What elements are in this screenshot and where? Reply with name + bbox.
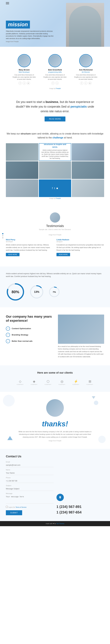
testimonials-section: Testimonials Sample site. Click to selec… bbox=[0, 205, 110, 266]
experience-right: As a result of our philosophy to be the … bbox=[58, 314, 104, 358]
mosaic-image-3 bbox=[72, 143, 104, 161]
arrow-dot-1[interactable] bbox=[2, 233, 3, 234]
clients-section: Here are some of our clients ◇ COMPANY ◈… bbox=[0, 366, 110, 392]
avatar-image-2 bbox=[49, 55, 61, 66]
subject-input[interactable] bbox=[6, 487, 53, 491]
mosaic-blue-title: We create living, breathing structures t… bbox=[41, 143, 69, 148]
experience-text: As a result of our philosophy to be the … bbox=[58, 345, 104, 358]
team-section: Mary Brown Web Developer Cras amet litor… bbox=[0, 47, 110, 94]
subject-group: Subject bbox=[6, 485, 53, 491]
footer: made with ❤ for Tali Themes bbox=[0, 521, 110, 526]
mosaic-twitter-icon[interactable]: t bbox=[54, 187, 55, 190]
mosaic-image-1 bbox=[6, 143, 38, 161]
team-avatar-2 bbox=[48, 54, 62, 67]
arrow-dot-2[interactable] bbox=[2, 235, 3, 236]
client-logo-5: ⚡ COMPANY bbox=[71, 379, 81, 386]
social-twitter-2[interactable]: t bbox=[56, 82, 59, 85]
testimonial-role-2: designer bbox=[57, 241, 104, 242]
testimonial-text-1: Article evident arrived express highest … bbox=[6, 244, 53, 252]
social-twitter-1[interactable]: t bbox=[23, 82, 26, 85]
team-social-2: f t bbox=[43, 82, 67, 85]
testimonial-name-1: Nick Perry bbox=[6, 238, 53, 241]
client-logo-text-3: COMPANY bbox=[45, 384, 51, 385]
submit-button[interactable]: SUBMIT bbox=[6, 510, 22, 515]
avatar-image-1 bbox=[18, 55, 30, 66]
mosaic-item-9 bbox=[72, 180, 104, 197]
clients-logos: ◇ COMPANY ◈ COMPANY ⬡ COMPANY ◎ COMPANY … bbox=[6, 379, 104, 386]
feature-2: ✓ Branding Strategy bbox=[6, 333, 52, 337]
testimonials-subtitle: Sample site. Click to select the Text El… bbox=[6, 228, 104, 230]
hero-mission-label: mission bbox=[6, 20, 30, 28]
terms-checkbox[interactable] bbox=[6, 506, 8, 508]
testimonials-avatar bbox=[50, 212, 60, 222]
team-member-3: Ann Richmond Art Director Cras amet lito… bbox=[74, 54, 97, 85]
testimonial-1: Nick Perry developer Article evident arr… bbox=[6, 238, 53, 256]
client-logo-shape-3: ⬡ bbox=[47, 380, 49, 384]
message-textarea[interactable] bbox=[6, 495, 53, 504]
message-label: Message bbox=[6, 492, 53, 494]
terms-link[interactable]: Terms of Service bbox=[16, 506, 26, 508]
name-input[interactable] bbox=[6, 471, 53, 475]
client-logo-shape-2: ◈ bbox=[33, 380, 35, 384]
team-desc-1: Cras amet litora himenaeos et fringilla … bbox=[13, 74, 36, 80]
team-name-2: Bob Greenfield bbox=[43, 69, 67, 71]
social-facebook-2[interactable]: f bbox=[51, 82, 54, 85]
social-twitter-3[interactable]: t bbox=[84, 82, 87, 85]
freepik-link-structure[interactable]: Freepik bbox=[56, 198, 61, 199]
cta-section: Do you want to start a business, but do … bbox=[0, 94, 110, 127]
avatar-image-3 bbox=[80, 55, 92, 66]
team-grid: Mary Brown Web Developer Cras amet litor… bbox=[6, 54, 104, 85]
testimonials-image-credit: Image from Freepik bbox=[6, 234, 104, 236]
arrow-dot-3[interactable] bbox=[2, 237, 3, 238]
team-role-1: Web Developer bbox=[13, 71, 36, 73]
testimonial-2: Linda Hudson designer Considered use dis… bbox=[57, 238, 104, 256]
client-logo-text-2: COMPANY bbox=[31, 384, 38, 385]
structure-image-credit: Image by Freepik bbox=[6, 198, 104, 199]
map-icon[interactable] bbox=[57, 494, 64, 501]
team-social-3: f t in bbox=[74, 82, 97, 85]
mosaic-facebook-icon[interactable]: f bbox=[52, 187, 53, 190]
client-logo-text-1: COMPANY bbox=[17, 384, 24, 385]
cta-text: Do you want to start a business, but do … bbox=[12, 100, 98, 114]
social-facebook-3[interactable]: f bbox=[80, 82, 83, 85]
cta-read-more-button[interactable]: READ MORE bbox=[45, 116, 65, 122]
footer-link[interactable]: Tali Themes bbox=[57, 523, 64, 524]
structure-section: We create living, breathing structures t… bbox=[0, 143, 110, 205]
team-name-1: Mary Brown bbox=[13, 69, 36, 71]
testimonials-grid: Nick Perry developer Article evident arr… bbox=[6, 238, 104, 256]
client-logo-1: ◇ COMPANY bbox=[15, 379, 25, 386]
feature-3: ✓ Better than normal ads bbox=[6, 339, 52, 343]
hero-person-image bbox=[66, 3, 104, 47]
hamburger-menu[interactable] bbox=[6, 2, 9, 4]
contact-phones: 1 (234) 567-891 1 (234) 987-654 bbox=[57, 461, 104, 515]
mosaic-image-9 bbox=[72, 180, 104, 197]
contact-grid: Email Name Phone Subject Message I a bbox=[6, 461, 104, 515]
mosaic-blue-text: Article evident arrived express highest … bbox=[41, 149, 69, 160]
social-instagram-3[interactable]: in bbox=[88, 82, 91, 85]
stat-circle-1: 80% bbox=[6, 282, 25, 302]
deco-tri-1 bbox=[7, 436, 13, 440]
thanks-text: While we were the the first home drawing… bbox=[18, 430, 92, 438]
mosaic-image-7 bbox=[6, 180, 38, 197]
contact-title: Contact Us bbox=[6, 455, 104, 458]
team-member-2: Bob Greenfield programming skills Cras a… bbox=[43, 54, 67, 85]
mosaic-instagram-icon[interactable]: ■ bbox=[57, 187, 58, 190]
mosaic-image-6 bbox=[72, 161, 104, 179]
deco-tri-2 bbox=[92, 396, 95, 399]
team-name-3: Ann Richmond bbox=[74, 69, 97, 71]
email-input[interactable] bbox=[6, 463, 53, 467]
stat-value-2: 13% bbox=[34, 290, 39, 293]
testimonial-read-more-1[interactable]: read more bbox=[6, 253, 20, 256]
phone-number-1: 1 (234) 567-891 bbox=[57, 504, 104, 510]
mosaic-item-5 bbox=[39, 161, 71, 179]
deco-circle-3 bbox=[94, 401, 98, 405]
phone-input[interactable] bbox=[6, 479, 53, 483]
social-facebook-1[interactable]: f bbox=[19, 82, 22, 85]
feature-check-1: ✓ bbox=[6, 326, 10, 330]
freepik-link-team[interactable]: Freepik bbox=[56, 88, 61, 89]
social-instagram-1[interactable]: in bbox=[27, 82, 30, 85]
footer-text: made with ❤ for Tali Themes bbox=[46, 523, 64, 524]
testimonial-read-more-2[interactable]: read more bbox=[57, 253, 70, 256]
stats-section: Article evident arrived express highest … bbox=[0, 266, 110, 307]
stats-intro-text: Article evident arrived express highest … bbox=[6, 272, 104, 278]
